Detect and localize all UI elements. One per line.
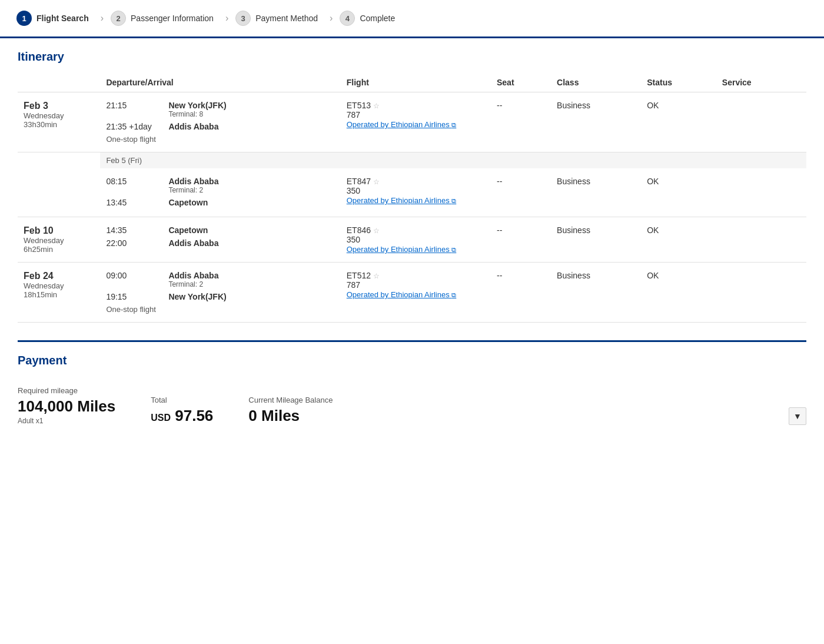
dep-time: 21:15 — [106, 101, 159, 118]
aircraft-type: 350 — [347, 235, 485, 244]
arr-city-block: Capetown — [168, 198, 208, 207]
total-label: Total — [151, 396, 213, 404]
step-1-label: Flight Search — [36, 14, 89, 23]
step-1[interactable]: 1 Flight Search — [12, 7, 98, 29]
date-main: Feb 3 — [24, 101, 94, 111]
operated-link[interactable]: Operated by Ethiopian Airlines ⧉ — [347, 196, 457, 205]
table-row: 08:15 Addis Ababa Terminal: 2 13:45 Cape… — [18, 168, 806, 217]
class-cell: Business — [551, 217, 641, 263]
arr-city-block: Addis Ababa — [168, 238, 218, 248]
star-icon: ☆ — [373, 178, 380, 186]
arr-city: Capetown — [168, 198, 208, 207]
payment-details: Required mileage 104,000 Miles Adult x1 … — [18, 377, 806, 425]
dep-arr-cell: 14:35 Capetown 22:00 Addis Ababa — [100, 217, 340, 263]
arr-time: 21:35 +1day — [106, 122, 159, 131]
date-cell: Feb 3 Wednesday 33h30min — [18, 92, 100, 152]
status-cell: OK — [641, 92, 716, 152]
dep-city: Addis Ababa — [168, 177, 218, 186]
arr-city: New York(JFK) — [168, 292, 226, 301]
aircraft-type: 787 — [347, 280, 485, 290]
seat-cell: -- — [491, 263, 551, 323]
class-cell: Business — [551, 263, 641, 323]
required-mileage-value: 104,000 Miles — [18, 397, 115, 416]
flight-cell: ET512 ☆ 787 Operated by Ethiopian Airlin… — [341, 263, 491, 323]
arrival-row: 13:45 Capetown — [106, 198, 334, 207]
table-row: Feb 3 Wednesday 33h30min 21:15 New York(… — [18, 92, 806, 152]
date-cell: Feb 24 Wednesday 18h15min — [18, 263, 100, 323]
step-4[interactable]: 4 Complete — [335, 7, 404, 29]
total-cost: Total USD 97.56 — [151, 396, 213, 425]
col-header-class: Class — [551, 73, 641, 92]
service-cell — [716, 263, 806, 323]
col-header-date — [18, 73, 100, 92]
date-main: Feb 24 — [24, 271, 94, 281]
dep-city-block: Addis Ababa Terminal: 2 — [168, 271, 218, 288]
date-main: Feb 10 — [24, 225, 94, 236]
required-mileage-label: Required mileage — [18, 386, 115, 395]
operated-link[interactable]: Operated by Ethiopian Airlines ⧉ — [347, 120, 457, 129]
flight-cell: ET513 ☆ 787 Operated by Ethiopian Airlin… — [341, 92, 491, 152]
service-cell — [716, 217, 806, 263]
date-duration: 18h15min — [24, 290, 94, 299]
dep-city-block: Capetown — [168, 225, 208, 235]
dep-arr-cell: 09:00 Addis Ababa Terminal: 2 19:15 New … — [100, 263, 340, 323]
dep-terminal: Terminal: 2 — [168, 186, 218, 194]
arrival-row: 19:15 New York(JFK) — [106, 292, 334, 301]
dep-city: Capetown — [168, 225, 208, 235]
balance-label: Current Mileage Balance — [248, 396, 333, 404]
departure-row: 09:00 Addis Ababa Terminal: 2 — [106, 271, 334, 288]
status-cell: OK — [641, 217, 716, 263]
dep-city-block: Addis Ababa Terminal: 2 — [168, 177, 218, 194]
arr-city-block: Addis Ababa — [168, 122, 218, 131]
service-cell — [716, 92, 806, 152]
layover-row: Feb 5 (Fri) — [18, 152, 806, 169]
dep-time: 14:35 — [106, 225, 159, 235]
arrival-row: 21:35 +1day Addis Ababa — [106, 122, 334, 131]
date-day: Wednesday — [24, 281, 94, 290]
main-content: Itinerary Departure/Arrival Flight Seat … — [0, 38, 824, 437]
step-3-number: 3 — [235, 11, 251, 26]
dep-arr-cell: 08:15 Addis Ababa Terminal: 2 13:45 Cape… — [100, 168, 340, 217]
external-link-icon: ⧉ — [451, 291, 456, 298]
flight-cell: ET846 ☆ 350 Operated by Ethiopian Airlin… — [341, 217, 491, 263]
dep-terminal: Terminal: 2 — [168, 280, 218, 288]
dep-city-block: New York(JFK) Terminal: 8 — [168, 101, 226, 118]
service-cell — [716, 168, 806, 217]
table-row: Feb 24 Wednesday 18h15min 09:00 Addis Ab… — [18, 263, 806, 323]
date-cell — [18, 168, 100, 217]
flight-number: ET847 ☆ — [347, 177, 485, 186]
progress-bar: 1 Flight Search › 2 Passenger Informatio… — [0, 0, 824, 38]
star-icon: ☆ — [373, 272, 380, 280]
external-link-icon: ⧉ — [451, 121, 456, 128]
dep-city: New York(JFK) — [168, 101, 226, 110]
seat-cell: -- — [491, 92, 551, 152]
operated-link[interactable]: Operated by Ethiopian Airlines ⧉ — [347, 290, 457, 299]
class-cell: Business — [551, 92, 641, 152]
payment-grid: Required mileage 104,000 Miles Adult x1 … — [18, 386, 333, 425]
required-mileage: Required mileage 104,000 Miles Adult x1 — [18, 386, 115, 425]
date-day: Wednesday — [24, 236, 94, 245]
seat-cell: -- — [491, 217, 551, 263]
operated-link[interactable]: Operated by Ethiopian Airlines ⧉ — [347, 245, 457, 254]
arr-city-block: New York(JFK) — [168, 292, 226, 301]
departure-row: 21:15 New York(JFK) Terminal: 8 — [106, 101, 334, 118]
dep-terminal: Terminal: 8 — [168, 110, 226, 118]
arrow-3-4: › — [330, 13, 333, 24]
step-3-label: Payment Method — [255, 14, 318, 23]
step-4-label: Complete — [360, 14, 395, 23]
step-1-number: 1 — [16, 11, 32, 26]
external-link-icon: ⧉ — [451, 246, 456, 253]
flight-number: ET513 ☆ — [347, 101, 485, 110]
step-3[interactable]: 3 Payment Method — [231, 7, 327, 29]
dep-arr-cell: 21:15 New York(JFK) Terminal: 8 21:35 +1… — [100, 92, 340, 152]
step-2[interactable]: 2 Passenger Information — [106, 7, 223, 29]
flight-number: ET846 ☆ — [347, 225, 485, 235]
dep-time: 09:00 — [106, 271, 159, 288]
dropdown-button[interactable]: ▼ — [789, 407, 806, 425]
payment-title: Payment — [18, 354, 806, 367]
arr-time: 22:00 — [106, 238, 159, 248]
mileage-balance: Current Mileage Balance 0 Miles — [248, 396, 333, 425]
chevron-down-icon: ▼ — [793, 411, 802, 421]
arr-time: 13:45 — [106, 198, 159, 207]
flight-cell: ET847 ☆ 350 Operated by Ethiopian Airlin… — [341, 168, 491, 217]
